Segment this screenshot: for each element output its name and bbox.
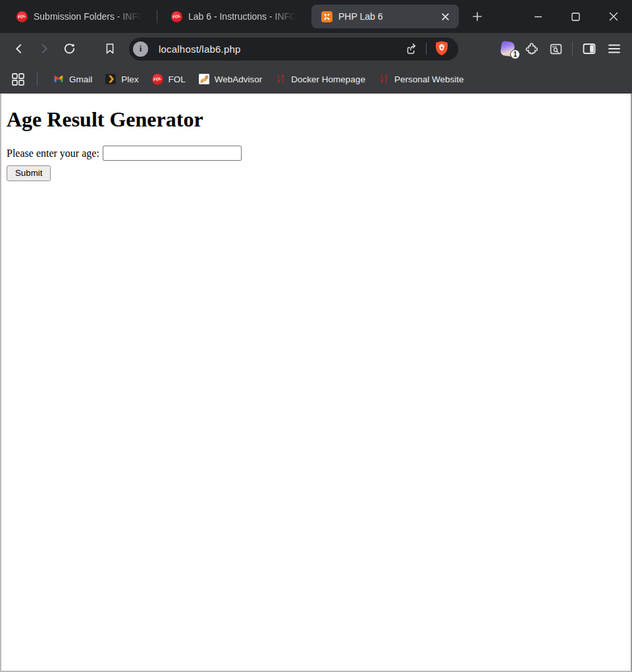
sidebar-toggle-icon[interactable] — [579, 38, 599, 59]
bookmark-label: Gmail — [69, 74, 92, 84]
fol-favicon-icon: FOL — [16, 11, 28, 22]
plex-icon — [105, 74, 116, 84]
extensions-puzzle-icon[interactable] — [522, 38, 542, 59]
maximize-button[interactable] — [557, 0, 594, 33]
age-form-row: Please enter your age: — [7, 146, 625, 161]
age-input-label: Please enter your age: — [7, 148, 99, 159]
menu-hamburger-icon[interactable] — [604, 38, 624, 59]
urlbar-separator — [426, 43, 427, 55]
bookmark-webadvisor[interactable]: WebAdvisor — [199, 74, 263, 84]
brave-shield-icon[interactable] — [432, 38, 452, 59]
submit-button[interactable]: Submit — [7, 165, 51, 181]
site-info-icon[interactable]: i — [133, 42, 148, 57]
url-text[interactable]: localhost/lab6.php — [159, 43, 241, 55]
tab-title: Submission Folders - INFO — [34, 11, 146, 22]
site-info-glyph: i — [140, 43, 142, 54]
bookmark-docker-homepage[interactable]: LE VI Docker Homepage — [275, 74, 365, 84]
bookmark-personal-website[interactable]: LE VI Personal Website — [379, 74, 464, 84]
age-input[interactable] — [103, 146, 242, 161]
bookmarks-bar: Gmail Plex FOL FOL WebAdvisor — [0, 65, 632, 94]
levi-icon: LE VI — [379, 74, 389, 84]
bookmark-icon[interactable] — [99, 38, 121, 60]
bookmark-label: Plex — [121, 74, 138, 84]
fol-favicon-icon: FOL — [171, 11, 182, 22]
tab-title: Lab 6 - Instructions - INFO — [188, 11, 301, 22]
extension-badge: 1 — [510, 49, 520, 59]
bookmark-fol[interactable]: FOL FOL — [152, 74, 186, 85]
browser-window: FOL Submission Folders - INFO FOL Lab 6 … — [0, 0, 632, 672]
tab-lab6-instructions[interactable]: FOL Lab 6 - Instructions - INFO — [161, 5, 307, 28]
tab-title: PHP Lab 6 — [338, 11, 438, 22]
tab-php-lab6-active[interactable]: X PHP Lab 6 — [311, 5, 459, 28]
tab-close-icon[interactable] — [438, 9, 452, 24]
bookmarks-separator — [37, 72, 38, 86]
levi-icon-row2: VI — [381, 79, 388, 84]
apps-grid-icon[interactable] — [9, 70, 26, 88]
bookmark-label: Personal Website — [394, 74, 464, 84]
bookmark-gmail[interactable]: Gmail — [53, 74, 92, 84]
xampp-favicon-dot — [326, 15, 329, 18]
toolbar-separator — [572, 42, 573, 56]
tab-bar: FOL Submission Folders - INFO FOL Lab 6 … — [0, 0, 632, 33]
search-tabs-icon[interactable] — [546, 38, 566, 59]
minimize-button[interactable] — [519, 0, 557, 33]
share-icon[interactable] — [401, 38, 421, 59]
page-content: Age Result Generator Please enter your a… — [0, 94, 632, 672]
xampp-favicon-icon: X — [321, 11, 332, 22]
levi-icon: LE VI — [275, 74, 286, 84]
toolbar-right-cluster: 1 — [497, 38, 624, 60]
fol-icon-text: FOL — [153, 76, 161, 82]
forward-button[interactable] — [33, 38, 55, 60]
bookmark-label: FOL — [169, 74, 186, 84]
page-title: Age Result Generator — [7, 107, 625, 132]
tomcat-icon — [199, 74, 209, 84]
levi-icon-row2: VI — [277, 79, 285, 84]
age-form: Please enter your age: Submit — [7, 146, 625, 181]
window-controls — [519, 0, 632, 33]
address-bar[interactable]: i localhost/lab6.php — [129, 38, 458, 61]
navigation-toolbar: i localhost/lab6.php — [0, 33, 632, 65]
page-body: Age Result Generator Please enter your a… — [7, 107, 625, 181]
back-button[interactable] — [8, 38, 30, 60]
fol-favicon-text: FOL — [18, 14, 26, 19]
bookmark-plex[interactable]: Plex — [105, 74, 138, 84]
tab-separator — [157, 10, 157, 23]
fol-icon: FOL — [152, 74, 163, 85]
bookmark-label: WebAdvisor — [215, 74, 263, 84]
extension-button[interactable]: 1 — [497, 38, 518, 60]
close-window-button[interactable] — [594, 0, 632, 33]
fol-favicon-text: FOL — [172, 14, 181, 19]
gmail-icon — [53, 74, 64, 84]
reload-button[interactable] — [58, 38, 80, 60]
new-tab-button[interactable] — [467, 7, 487, 26]
tab-submission-folders[interactable]: FOL Submission Folders - INFO — [7, 5, 153, 28]
bookmark-label: Docker Homepage — [291, 74, 365, 84]
